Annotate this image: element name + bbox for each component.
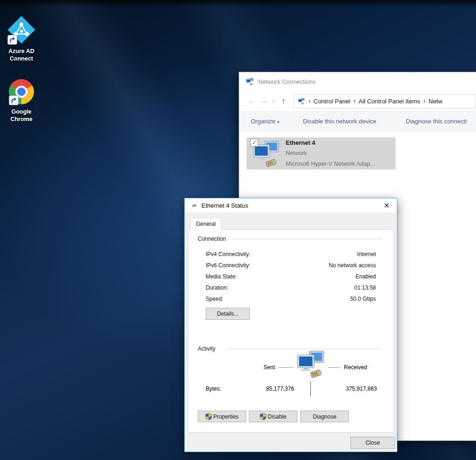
status-row-duration: Duration: 01:13:58 xyxy=(206,282,376,293)
breadcrumb-chevron-icon: › xyxy=(423,98,425,104)
close-button[interactable]: Close xyxy=(350,437,395,449)
row-label: Duration: xyxy=(206,284,228,291)
desktop-icon-google-chrome[interactable]: Google Chrome xyxy=(0,78,43,123)
row-value: No network access xyxy=(329,262,376,269)
row-value: 50.0 Gbps xyxy=(350,296,376,302)
status-row-ipv4: IPv4 Connectivity: Internet xyxy=(206,249,376,260)
desktop: { "desktop": { "icons": [ {"label_line1"… xyxy=(0,0,476,460)
activity-network-adapter-icon xyxy=(296,350,324,379)
bytes-sent-value: 85,177,376 xyxy=(242,386,294,392)
connections-list: ✓ Ethernet 4 Network Microsoft Hyper-V N… xyxy=(239,132,476,169)
uac-shield-icon xyxy=(205,413,212,420)
diagnose-connection-button[interactable]: Diagnose this connecti xyxy=(406,118,467,125)
status-row-speed: Speed: 50.0 Gbps xyxy=(206,293,376,304)
disable-button[interactable]: Disable xyxy=(249,411,297,422)
address-bar[interactable]: › Control Panel › All Control Panel Item… xyxy=(294,94,476,108)
properties-button[interactable]: Properties xyxy=(198,411,246,422)
connection-network-label: Network xyxy=(286,148,375,159)
received-connector-line xyxy=(328,367,340,368)
row-value: Enabled xyxy=(355,273,376,280)
row-value: Internet xyxy=(357,251,376,257)
dropdown-caret-icon: ▾ xyxy=(277,120,280,124)
item-checkbox[interactable]: ✓ xyxy=(250,139,258,147)
details-button[interactable]: Details... xyxy=(206,308,250,320)
received-label: Received xyxy=(344,364,367,371)
breadcrumb-chevron-icon: › xyxy=(308,98,310,104)
group-divider xyxy=(226,349,382,349)
connection-group-heading: Connection xyxy=(198,236,226,242)
disable-network-device-button[interactable]: Disable this network device xyxy=(303,118,376,125)
google-chrome-icon[interactable] xyxy=(8,78,35,105)
window-titlebar[interactable]: Network Connections xyxy=(239,72,476,91)
dialog-titlebar[interactable]: Ethernet 4 Status xyxy=(185,198,397,212)
sent-label: Sent xyxy=(254,364,275,371)
recent-locations-button[interactable]: ∨ xyxy=(270,99,277,103)
row-label: Speed: xyxy=(206,296,223,302)
checkbox-check-icon: ✓ xyxy=(252,140,256,145)
bytes-received-value: 375,917,863 xyxy=(326,386,377,392)
forward-button[interactable]: → xyxy=(258,97,270,105)
general-tab-page: Connection IPv4 Connectivity: Internet I… xyxy=(188,230,394,433)
window-title: Network Connections xyxy=(258,78,316,85)
row-label: IPv4 Connectivity: xyxy=(206,251,250,257)
row-label: IPv6 Connectivity: xyxy=(206,262,250,269)
desktop-icon-label: Connect xyxy=(0,55,43,62)
shortcut-arrow-icon xyxy=(9,95,19,105)
breadcrumb-network-connections[interactable]: Netw xyxy=(429,98,442,105)
tab-general[interactable]: General xyxy=(190,218,221,230)
group-divider xyxy=(231,239,382,239)
sent-connector-line xyxy=(279,367,293,368)
row-label: Media State: xyxy=(206,273,237,280)
shortcut-arrow-icon xyxy=(7,35,17,45)
breadcrumb-control-panel[interactable]: Control Panel xyxy=(314,98,350,105)
dialog-close-icon[interactable]: × xyxy=(376,198,397,212)
desktop-icon-label: Chrome xyxy=(0,115,43,123)
dialog-title: Ethernet 4 Status xyxy=(201,202,248,209)
uac-shield-icon xyxy=(260,413,267,420)
breadcrumb-chevron-icon: › xyxy=(354,98,355,104)
navigation-bar: ← → ∨ ↑ › Control Panel › All Control Pa… xyxy=(239,91,476,112)
address-location-icon xyxy=(297,98,305,105)
row-value: 01:13:58 xyxy=(354,284,376,291)
connection-name: Ethernet 4 xyxy=(286,137,375,148)
desktop-icon-label: Google xyxy=(0,108,43,115)
azure-ad-connect-icon[interactable] xyxy=(7,16,36,45)
breadcrumb-all-control-panel-items[interactable]: All Control Panel Items xyxy=(359,98,420,105)
bytes-separator xyxy=(310,382,311,396)
network-connections-window-icon xyxy=(245,78,254,86)
desktop-icon-label: Azure AD xyxy=(0,47,43,55)
up-button[interactable]: ↑ xyxy=(277,97,289,105)
activity-group-heading: Activity xyxy=(198,345,215,352)
ethernet4-status-dialog: Ethernet 4 Status × General Connection I… xyxy=(184,198,397,452)
organize-menu-button[interactable]: Organize▾ xyxy=(251,118,279,125)
back-button[interactable]: ← xyxy=(246,97,258,105)
dialog-network-icon xyxy=(192,203,198,208)
connection-list-item-ethernet4[interactable]: ✓ Ethernet 4 Network Microsoft Hyper-V N… xyxy=(247,137,396,169)
bytes-label: Bytes: xyxy=(206,386,221,392)
connection-status-rows: IPv4 Connectivity: Internet IPv6 Connect… xyxy=(206,249,376,304)
command-bar: Organize▾ Disable this network device Di… xyxy=(239,112,476,132)
status-row-ipv6: IPv6 Connectivity: No network access xyxy=(206,260,376,271)
status-row-media-state: Media State: Enabled xyxy=(206,271,376,282)
connection-adapter-label: Microsoft Hyper-V Network Adap... xyxy=(286,159,375,169)
desktop-icon-azure-ad-connect[interactable]: Azure AD Connect xyxy=(0,16,43,62)
diagnose-button[interactable]: Diagnose xyxy=(300,411,349,422)
